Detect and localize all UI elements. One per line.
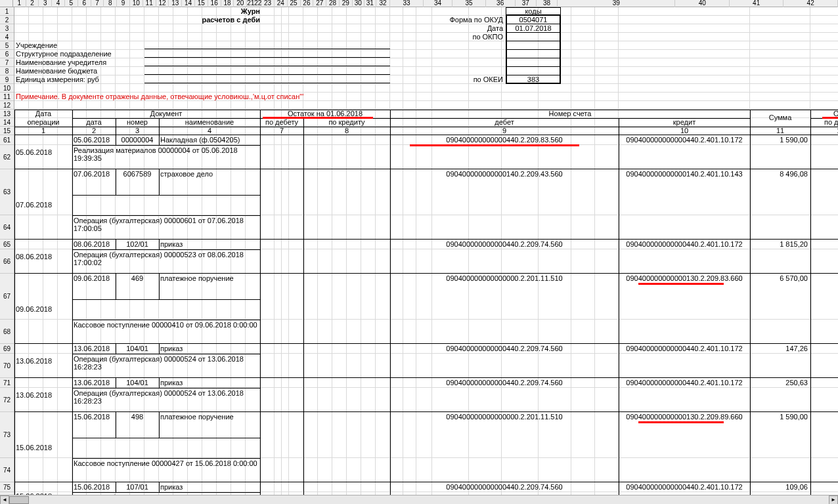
row-header-cell[interactable]: 68: [0, 320, 14, 344]
col-header-cell[interactable]: 9: [117, 0, 130, 7]
col-header-cell[interactable]: 25: [288, 0, 301, 7]
scroll-thumb[interactable]: [9, 496, 29, 504]
row-header-cell[interactable]: 8: [0, 67, 14, 75]
row-header-cell[interactable]: 4: [0, 33, 14, 41]
cell-debet: 090400000000000440.2.209.74.560: [390, 240, 619, 248]
cell-op-text: Кассовое поступление 00000410 от 09.06.2…: [74, 321, 259, 329]
col-header-cell[interactable]: 3: [39, 0, 52, 7]
th-op-date1: Дата: [14, 110, 72, 117]
col-header-cell[interactable]: 30: [353, 0, 364, 7]
code-label: Дата: [433, 24, 503, 32]
cell-debet: 090400000000000140.2.209.43.560: [390, 170, 619, 178]
col-header-cell[interactable]: 15: [195, 0, 208, 7]
cell-op-date: 13.06.2018: [16, 357, 71, 365]
col-header-cell[interactable]: 28: [326, 0, 340, 7]
col-header-cell[interactable]: 33: [390, 0, 423, 7]
col-header-cell[interactable]: 6: [78, 0, 91, 7]
col-header-cell[interactable]: 32: [376, 0, 391, 7]
scroll-left-button[interactable]: ◄: [0, 495, 9, 505]
col-header-cell[interactable]: 27: [313, 0, 326, 7]
col-header-cell[interactable]: 34: [424, 0, 453, 7]
col-header-cell[interactable]: 40: [675, 0, 729, 7]
cell-debet: 090400000000000440.2.209.74.560: [390, 345, 619, 352]
th-colnum: 1: [14, 127, 72, 135]
row-header-cell[interactable]: 62: [0, 145, 14, 169]
row-header-cell[interactable]: 13: [0, 110, 14, 118]
row-header-cell[interactable]: 66: [0, 249, 14, 274]
col-header-cell[interactable]: 11: [143, 0, 156, 7]
cell-sum: 250,63: [750, 379, 808, 387]
row-header-cell[interactable]: 73: [0, 412, 14, 458]
scroll-right-button[interactable]: ►: [829, 495, 838, 505]
row-header-cell[interactable]: 9: [0, 75, 14, 84]
cell-op-text: Операция (бухгалтерская) 00000601 от 07.…: [74, 217, 259, 232]
highlight-underline: [263, 117, 373, 119]
cell-doc-date: 15.06.2018: [74, 483, 110, 491]
row-header-cell[interactable]: 65: [0, 240, 14, 249]
highlight-underline: [822, 117, 838, 119]
col-header-cell[interactable]: 22: [254, 0, 261, 7]
row-header-cell[interactable]: 67: [0, 274, 14, 320]
row-header-cell[interactable]: 63: [0, 169, 14, 215]
row-header-cell[interactable]: 75: [0, 482, 14, 492]
col-header-cell[interactable]: 4: [52, 0, 65, 7]
horizontal-scrollbar[interactable]: ◄ ►: [0, 495, 838, 504]
row-header-cell[interactable]: 61: [0, 135, 14, 145]
cell-doc-num: 469: [116, 274, 159, 282]
row-header-cell[interactable]: 64: [0, 215, 14, 240]
col-header-cell[interactable]: 42: [783, 0, 837, 7]
row-header-cell[interactable]: 69: [0, 344, 14, 354]
th-summa: Сумма: [750, 114, 810, 121]
cell-op-text: Операция (бухгалтерская) 00000524 от 13.…: [74, 355, 259, 371]
cell-doc-date: 08.06.2018: [74, 240, 110, 248]
col-header-cell[interactable]: 14: [182, 0, 195, 7]
cell-op-text: Кассовое поступление 00000427 от 15.06.2…: [74, 459, 259, 467]
col-header-cell[interactable]: 37: [516, 0, 537, 7]
col-header-cell[interactable]: 21: [247, 0, 254, 7]
row-header-cell[interactable]: 11: [0, 93, 14, 101]
row-header-cell[interactable]: 74: [0, 458, 14, 482]
col-header-cell[interactable]: 26: [301, 0, 314, 7]
col-header-cell[interactable]: 10: [130, 0, 143, 7]
col-header-cell[interactable]: 23: [261, 0, 275, 7]
col-header-cell[interactable]: 20: [234, 0, 247, 7]
row-header-cell[interactable]: 10: [0, 84, 14, 93]
col-header-cell[interactable]: 38: [537, 0, 558, 7]
cell-op-date: 08.06.2018: [16, 253, 71, 261]
cell-doc-num: 102/01: [116, 240, 159, 248]
row-header-cell[interactable]: 14: [0, 118, 14, 127]
row-header-cell[interactable]: 12: [0, 101, 14, 110]
cells-area[interactable]: Журнрасчетов с дебиУчреждениеСтруктурное…: [14, 7, 838, 495]
col-header-cell[interactable]: 5: [65, 0, 78, 7]
col-header-cell[interactable]: 7: [91, 0, 104, 7]
row-header-cell[interactable]: 6: [0, 50, 14, 58]
col-header-cell[interactable]: 39: [558, 0, 675, 7]
row-header-cell[interactable]: 72: [0, 388, 14, 412]
col-header-cell[interactable]: 35: [452, 0, 485, 7]
col-header-cell[interactable]: 13: [169, 0, 182, 7]
col-header-cell[interactable]: 1: [13, 0, 26, 7]
col-header-cell[interactable]: 41: [730, 0, 783, 7]
th-op-date2: операции: [14, 118, 72, 126]
row-header-cell[interactable]: 7: [0, 58, 14, 67]
field-label: Единица измерения: руб: [16, 75, 99, 83]
row-header-cell[interactable]: 15: [0, 127, 14, 135]
row-header-cell[interactable]: 5: [0, 41, 14, 50]
col-header-cell[interactable]: 12: [156, 0, 169, 7]
field-label: Наименование учредителя: [16, 58, 106, 66]
col-header-cell[interactable]: 2: [26, 0, 39, 7]
row-header-cell[interactable]: 70: [0, 354, 14, 378]
col-header-cell[interactable]: 31: [364, 0, 376, 7]
row-header-cell[interactable]: 1: [0, 7, 14, 16]
col-header-cell[interactable]: 8: [104, 0, 117, 7]
row-header-cell[interactable]: 3: [0, 24, 14, 33]
scroll-track[interactable]: [9, 495, 829, 505]
col-header-cell[interactable]: 18: [221, 0, 234, 7]
row-header-cell[interactable]: 2: [0, 16, 14, 24]
col-header-cell[interactable]: 24: [275, 0, 288, 7]
field-underline: [144, 50, 390, 58]
col-header-cell[interactable]: 36: [486, 0, 516, 7]
row-header-cell[interactable]: 71: [0, 378, 14, 388]
col-header-cell[interactable]: 29: [340, 0, 353, 7]
col-header-cell[interactable]: 16: [208, 0, 221, 7]
